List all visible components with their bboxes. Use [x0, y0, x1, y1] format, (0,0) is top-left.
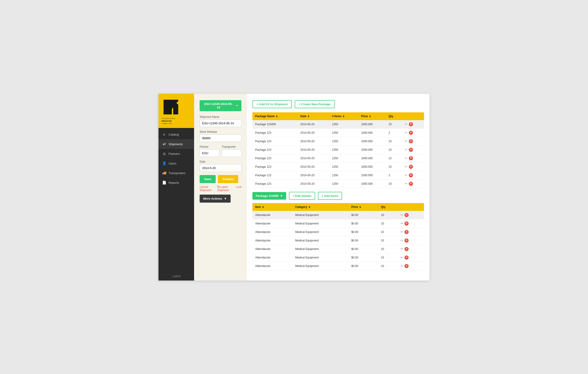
items-cell: 1250 [329, 137, 358, 145]
selected-package-button[interactable]: Package 123456 ▼ [252, 192, 286, 200]
delete-row-icon[interactable]: ✕ [409, 139, 413, 143]
price-cell: 1000.000 [358, 154, 386, 162]
row-actions-cell: ✏ ✕ [402, 128, 424, 137]
col-item[interactable]: Item ⇅ [252, 203, 292, 211]
col-category[interactable]: Category ⇅ [292, 203, 348, 211]
category-cell: Medical Equipment [292, 262, 348, 270]
logout-item[interactable]: Logout [158, 272, 194, 280]
edit-row-icon[interactable]: ✏ [400, 213, 403, 217]
edit-row-icon[interactable]: ✏ [405, 182, 408, 185]
edit-row-icon[interactable]: ✏ [400, 239, 403, 242]
edit-row-icon[interactable]: ✏ [400, 247, 403, 251]
qty-cell: 10 [378, 211, 398, 219]
table-row[interactable]: Albendazole Medical Equipment $0.00 10 ✏… [252, 211, 424, 219]
row-actions: ✏ ✕ [405, 173, 421, 177]
transporter-label: Transporter [222, 145, 242, 149]
table-row[interactable]: Package 123 2014-05-20 1250 1000.000 2 ✏… [252, 171, 424, 179]
edit-details-button[interactable]: + Edit Details [289, 192, 315, 200]
save-button[interactable]: Save [200, 175, 216, 183]
edit-row-icon[interactable]: ✏ [400, 230, 403, 234]
delete-row-icon[interactable]: ✕ [409, 165, 413, 169]
sidebar-item-transporters[interactable]: 🚚 Transporters [158, 168, 194, 178]
sidebar-item-reports[interactable]: 📄 Reports [158, 178, 194, 187]
edit-row-icon[interactable]: ✏ [405, 122, 408, 126]
finalize-button[interactable]: Finalize [218, 175, 238, 183]
table-row[interactable]: Package 123 2014-05-20 1250 1000.000 10 … [252, 137, 424, 145]
edit-row-icon[interactable]: ✏ [400, 264, 403, 268]
edit-row-icon[interactable]: ✏ [405, 165, 408, 168]
sidebar-item-users[interactable]: 👤 Users [158, 159, 194, 168]
edit-row-icon[interactable]: ✏ [400, 256, 403, 259]
table-row[interactable]: Albendazole Medical Equipment $0.00 10 ✏… [252, 253, 424, 262]
col-price[interactable]: Price ⇅ [348, 203, 378, 211]
delete-row-icon[interactable]: ✕ [404, 264, 409, 268]
partner-input[interactable] [200, 149, 219, 157]
col-price[interactable]: Price ⇅ [358, 112, 386, 120]
qty-cell: 10 [378, 245, 398, 253]
cancel-shipment-link[interactable]: Cancel Shipment [200, 185, 214, 192]
table-row[interactable]: Albendazole Medical Equipment $0.00 10 ✏… [252, 219, 424, 228]
table-row[interactable]: Package 123 2014-05-20 1250 1000.000 12 … [252, 154, 424, 162]
category-cell: Medical Equipment [292, 236, 348, 245]
right-panel: + Add Kit to Shipment + Create New Packa… [247, 94, 430, 280]
delete-row-icon[interactable]: ✕ [409, 148, 413, 152]
col-date[interactable]: Date ⇅ [298, 112, 329, 120]
table-row[interactable]: Albendazole Medical Equipment $0.00 10 ✏… [252, 262, 424, 270]
reopen-shipment-link[interactable]: Re-open Shipment [217, 185, 233, 192]
table-row[interactable]: Package 123 2014-05-20 1250 1000.000 15 … [252, 179, 424, 188]
items-cell: 1250 [329, 171, 358, 179]
sidebar-item-shipments[interactable]: ⇄ Shipments [158, 139, 194, 149]
col-items[interactable]: # Items ⇅ [329, 112, 358, 120]
table-row[interactable]: Albendazole Medical Equipment $0.00 10 ✏… [252, 236, 424, 245]
add-kit-button[interactable]: + Add Kit to Shipment [252, 100, 292, 108]
qty-cell: 15 [386, 120, 402, 129]
table-row[interactable]: Package 123 2014-05-20 1250 1000.000 15 … [252, 162, 424, 171]
create-package-button[interactable]: + Create New Package [295, 100, 335, 108]
edit-row-icon[interactable]: ✏ [405, 131, 408, 134]
users-icon: 👤 [162, 161, 166, 165]
delete-row-icon[interactable]: ✕ [409, 122, 413, 126]
item-name-cell: Albendazole [252, 262, 292, 270]
delete-row-icon[interactable]: ✕ [409, 173, 413, 177]
dropdown-arrow-icon: ▼ [236, 104, 238, 107]
shipment-name-input[interactable] [200, 119, 242, 127]
date-input[interactable] [200, 164, 242, 172]
edit-row-icon[interactable]: ✏ [405, 173, 408, 177]
delete-row-icon[interactable]: ✕ [404, 213, 409, 217]
delete-row-icon[interactable]: ✕ [404, 247, 409, 251]
delete-row-icon[interactable]: ✕ [404, 238, 409, 243]
action-links: Cancel Shipment Re-open Shipment Lost [200, 185, 242, 192]
delete-row-icon[interactable]: ✕ [409, 131, 413, 135]
edit-row-icon[interactable]: ✏ [405, 148, 408, 151]
table-row[interactable]: Package 123 2014-05-20 1250 1000.000 2 ✏… [252, 128, 424, 137]
delete-row-icon[interactable]: ✕ [409, 182, 413, 186]
transporter-input[interactable] [222, 149, 242, 157]
table-row[interactable]: Package 123 2014-05-20 1250 1000.000 10 … [252, 145, 424, 154]
package-name-cell: Package 123 [252, 128, 298, 137]
delete-row-icon[interactable]: ✕ [404, 222, 409, 225]
date-cell: 2014-05-20 [298, 171, 329, 179]
edit-row-icon[interactable]: ✏ [400, 222, 403, 225]
row-actions-cell: ✏ ✕ [398, 262, 424, 270]
more-actions-button[interactable]: More Actions ▼ [200, 195, 231, 203]
shipment-dropdown-button[interactable]: ESU-12345-2014-05-14 ▼ [200, 100, 242, 111]
table-row[interactable]: Package 123456 2014-05-20 1250 1000.000 … [252, 120, 424, 129]
date-cell: 2014-05-20 [298, 120, 329, 129]
add-items-button[interactable]: + Add Items [318, 192, 342, 200]
store-release-input[interactable] [200, 134, 242, 142]
app-container: INTERNATIONAL RESCUE COMMITTEE ≡ Catalog… [158, 94, 430, 280]
delete-row-icon[interactable]: ✕ [409, 156, 413, 160]
delete-row-icon[interactable]: ✕ [404, 256, 409, 260]
lost-link[interactable]: Lost [236, 185, 242, 192]
sidebar-item-catalog[interactable]: ≡ Catalog [158, 130, 194, 139]
row-actions-cell: ✏ ✕ [402, 137, 424, 145]
qty-cell: 10 [378, 253, 398, 262]
edit-row-icon[interactable]: ✏ [405, 139, 408, 143]
delete-row-icon[interactable]: ✕ [404, 230, 409, 234]
row-actions: ✏ ✕ [405, 156, 421, 160]
col-package-name[interactable]: Package Name ⇅ [252, 112, 298, 120]
edit-row-icon[interactable]: ✏ [405, 156, 408, 160]
sidebar-item-partners[interactable]: ◎ Partners [158, 149, 194, 159]
table-row[interactable]: Albendazole Medical Equipment $0.00 10 ✏… [252, 228, 424, 236]
table-row[interactable]: Albendazole Medical Equipment $0.00 10 ✏… [252, 245, 424, 253]
